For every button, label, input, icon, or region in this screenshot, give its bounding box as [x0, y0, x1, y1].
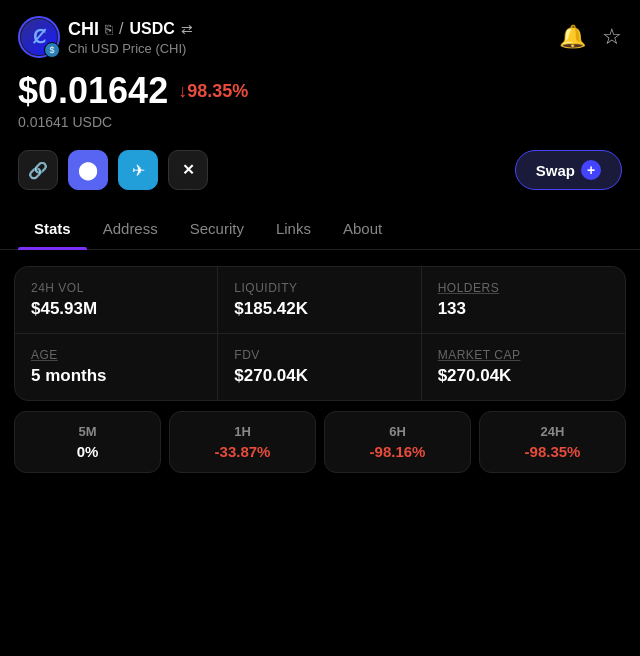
period-6h-label: 6H [333, 424, 462, 439]
stat-fdv: FDV $270.04K [218, 334, 421, 400]
discord-icon: ⬤ [78, 159, 98, 181]
period-5m[interactable]: 5M 0% [14, 411, 161, 473]
social-buttons: 🔗 ⬤ ✈ ✕ [18, 150, 208, 190]
price-change-pct: 98.35% [187, 81, 248, 101]
stat-liquidity-value: $185.42K [234, 299, 404, 319]
tab-about[interactable]: About [327, 208, 398, 249]
token-logo: Ȼ $ [18, 16, 60, 58]
period-5m-label: 5M [23, 424, 152, 439]
copy-icon[interactable]: ⎘ [105, 22, 113, 37]
swap-plus-icon: + [581, 160, 601, 180]
link-button[interactable]: 🔗 [18, 150, 58, 190]
price-change: ↓98.35% [178, 81, 248, 102]
token-ticker-row: CHI ⎘ / USDC ⇄ [68, 19, 193, 40]
telegram-button[interactable]: ✈ [118, 150, 158, 190]
pair-separator: / [119, 20, 123, 38]
stat-vol: 24H VOL $45.93M [15, 267, 218, 333]
stat-fdv-label: FDV [234, 348, 404, 362]
token-badge: $ [44, 42, 60, 58]
stats-row-1: 24H VOL $45.93M LIQUIDITY $185.42K HOLDE… [15, 267, 625, 334]
swap-label: Swap [536, 162, 575, 179]
price-value: $0.01642 [18, 70, 168, 112]
token-ticker: CHI [68, 19, 99, 40]
stat-marketcap-value: $270.04K [438, 366, 609, 386]
x-twitter-button[interactable]: ✕ [168, 150, 208, 190]
stat-marketcap[interactable]: MARKET CAP $270.04K [422, 334, 625, 400]
action-row: 🔗 ⬤ ✈ ✕ Swap + [0, 140, 640, 208]
tabs-row: Stats Address Security Links About [0, 208, 640, 250]
token-name-group: CHI ⎘ / USDC ⇄ Chi USD Price (CHI) [68, 19, 193, 56]
stats-grid: 24H VOL $45.93M LIQUIDITY $185.42K HOLDE… [14, 266, 626, 401]
period-24h-label: 24H [488, 424, 617, 439]
stat-vol-label: 24H VOL [31, 281, 201, 295]
period-24h[interactable]: 24H -98.35% [479, 411, 626, 473]
period-5m-value: 0% [23, 443, 152, 460]
period-1h-value: -33.87% [178, 443, 307, 460]
price-usdc: 0.01641 USDC [18, 114, 622, 130]
price-section: $0.01642 ↓98.35% 0.01641 USDC [0, 66, 640, 140]
swap-arrows-icon[interactable]: ⇄ [181, 21, 193, 37]
stat-liquidity: LIQUIDITY $185.42K [218, 267, 421, 333]
stat-holders[interactable]: HOLDERS 133 [422, 267, 625, 333]
header-left: Ȼ $ CHI ⎘ / USDC ⇄ Chi USD Price (CHI) [18, 16, 193, 58]
tab-links[interactable]: Links [260, 208, 327, 249]
tab-address[interactable]: Address [87, 208, 174, 249]
swap-button[interactable]: Swap + [515, 150, 622, 190]
header-right: 🔔 ☆ [559, 24, 622, 50]
link-icon: 🔗 [28, 161, 48, 180]
header: Ȼ $ CHI ⎘ / USDC ⇄ Chi USD Price (CHI) 🔔… [0, 0, 640, 66]
period-1h-label: 1H [178, 424, 307, 439]
stat-age[interactable]: AGE 5 months [15, 334, 218, 400]
x-icon: ✕ [182, 161, 195, 179]
period-6h[interactable]: 6H -98.16% [324, 411, 471, 473]
stat-age-value: 5 months [31, 366, 201, 386]
discord-button[interactable]: ⬤ [68, 150, 108, 190]
stats-row-2: AGE 5 months FDV $270.04K MARKET CAP $27… [15, 334, 625, 400]
period-24h-value: -98.35% [488, 443, 617, 460]
stat-vol-value: $45.93M [31, 299, 201, 319]
stat-holders-value: 133 [438, 299, 609, 319]
star-icon[interactable]: ☆ [602, 24, 622, 50]
bell-icon[interactable]: 🔔 [559, 24, 586, 50]
token-full-name: Chi USD Price (CHI) [68, 41, 193, 56]
price-main: $0.01642 ↓98.35% [18, 70, 622, 112]
stat-holders-label: HOLDERS [438, 281, 609, 295]
tab-stats[interactable]: Stats [18, 208, 87, 249]
tab-security[interactable]: Security [174, 208, 260, 249]
stat-age-label: AGE [31, 348, 201, 362]
period-row: 5M 0% 1H -33.87% 6H -98.16% 24H -98.35% [14, 411, 626, 473]
stat-marketcap-label: MARKET CAP [438, 348, 609, 362]
price-change-arrow: ↓ [178, 81, 187, 101]
stat-liquidity-label: LIQUIDITY [234, 281, 404, 295]
pair-name: USDC [129, 20, 174, 38]
stat-fdv-value: $270.04K [234, 366, 404, 386]
telegram-icon: ✈ [132, 161, 145, 180]
period-1h[interactable]: 1H -33.87% [169, 411, 316, 473]
period-6h-value: -98.16% [333, 443, 462, 460]
